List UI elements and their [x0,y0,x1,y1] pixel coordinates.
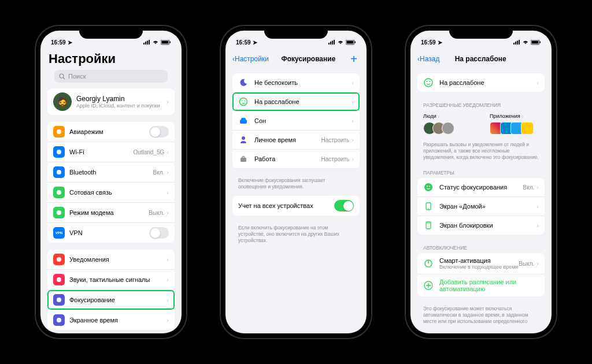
focus-row[interactable]: На расслабоне› [232,92,360,112]
toggle[interactable] [149,126,169,138]
settings-row[interactable]: VPNVPN [47,223,175,243]
allowed-apps[interactable]: Приложения › [490,113,539,135]
settings-row[interactable]: Фокусирование› [47,290,175,310]
back-button[interactable]: ‹ Назад [417,55,439,63]
settings-row[interactable]: Уведомления› [47,250,175,270]
profile-row[interactable]: 🧔 Georgiy Lyamin Apple ID, iCloud, конте… [47,88,175,115]
param-icon [423,182,434,192]
chevron-icon: › [536,79,539,86]
svg-point-25 [240,98,247,106]
focus-name-row[interactable]: На расслабоне › [417,73,545,92]
row-label: Экран блокировки [439,222,536,229]
row-label: Экранное время [69,317,166,324]
home-indicator[interactable] [455,333,507,336]
svg-point-47 [428,208,429,209]
chevron-icon: › [536,260,539,267]
profile-name: Georgiy Lyamin [76,95,166,103]
home-indicator[interactable] [85,333,137,336]
focus-row[interactable]: РаботаНастроить› [232,150,360,168]
chevron-icon: › [438,113,440,120]
focus-icon [238,135,249,145]
settings-row[interactable]: Звуки, тактильные сигналы› [47,270,175,290]
app-icon [521,122,534,135]
footer-text: Включение фокусирования заглушает оповещ… [232,175,360,196]
page-title: Настройки [40,49,182,70]
nav-title: Фокусирование [269,55,348,63]
row-label: Уведомления [69,256,166,263]
location-icon: ➤ [253,39,257,46]
svg-point-13 [57,210,61,215]
svg-point-44 [427,186,428,187]
share-toggle[interactable] [334,200,354,211]
plus-circle-icon [423,280,434,291]
row-icon [53,254,65,265]
notch [449,26,513,39]
row-label: Фокусирование [69,296,166,303]
settings-row[interactable]: Режим модемаВыкл.› [47,203,175,223]
search-input[interactable]: Поиск [54,70,168,83]
row-label: Не беспокоить [254,79,352,86]
row-icon [53,126,65,138]
allowed-people[interactable]: Люди › [423,113,472,135]
row-value: Outland_5G [133,149,164,155]
svg-rect-34 [515,42,516,44]
screen: 16:59➤ ‹ Назад На расслабоне На расслабо… [410,31,552,333]
row-icon [53,146,65,158]
settings-row[interactable]: BluetoothВкл.› [47,162,175,183]
focus-row[interactable]: Сон› [232,112,360,131]
chevron-icon: › [166,209,169,216]
nav-bar: ‹ Назад На расслабоне [410,49,552,69]
add-schedule-row[interactable]: Добавить расписание или автоматизацию [417,274,545,296]
focus-row[interactable]: Не беспокоить› [232,73,360,92]
nav-bar: ‹ Настройки Фокусирование + [225,49,367,69]
settings-row[interactable]: Экранное время› [47,310,175,330]
status-icons [513,40,541,45]
svg-rect-32 [242,157,245,158]
focus-icon [238,154,249,164]
chevron-icon: › [166,296,169,303]
param-row[interactable]: Экран блокировки› [417,216,545,235]
param-row[interactable]: Статус фокусированияВкл.› [417,178,545,197]
toggle[interactable] [149,227,169,239]
row-value: Вкл. [153,169,165,176]
row-label: Работа [254,155,321,162]
home-indicator[interactable] [270,333,322,336]
settings-row[interactable]: Сотовая связь› [47,183,175,203]
smart-activation-row[interactable]: Смарт-активация Включение в подходящее в… [417,253,545,274]
add-button[interactable]: + [348,53,360,66]
notch [79,26,143,39]
footer-text: Если включить фокусирование на этом устр… [232,222,360,250]
svg-rect-39 [540,41,541,43]
row-icon [53,187,65,198]
nav-title: На расслабоне [439,55,521,63]
row-label: На расслабоне [439,79,536,86]
profile-sub: Apple ID, iCloud, контент и покупки [76,103,166,109]
row-label: Wi-Fi [69,148,133,155]
param-row[interactable]: Экран «Домой»› [417,197,545,216]
svg-point-10 [57,150,61,154]
svg-point-7 [60,74,64,78]
svg-rect-38 [532,40,539,43]
svg-point-45 [429,186,430,187]
svg-rect-5 [162,40,169,43]
chevron-icon: › [536,184,539,191]
svg-line-8 [64,77,65,79]
phone-focus-list: 16:59➤ ‹ Настройки Фокусирование + Не бе… [221,26,371,338]
phone-focus-detail: 16:59➤ ‹ Назад На расслабоне На расслабо… [406,26,556,338]
svg-rect-29 [241,118,246,121]
row-label: Сотовая связь [69,189,164,196]
back-button[interactable]: ‹ Настройки [232,55,269,63]
settings-row[interactable]: Авиарежим [47,122,175,142]
chevron-icon: › [166,317,169,324]
chevron-icon: › [352,98,354,105]
row-label: Статус фокусирования [439,184,523,191]
settings-row[interactable]: Wi-FiOutland_5G› [47,142,175,162]
focus-row[interactable]: Личное времяНастроить› [232,131,360,150]
svg-point-12 [57,190,61,195]
row-icon [53,314,65,326]
share-row[interactable]: Учет на всех устройствах [232,196,360,216]
svg-rect-23 [347,40,354,43]
battery-icon [161,40,171,45]
svg-point-40 [424,79,432,87]
screen: 16:59➤ Настройки Поиск 🧔 Georgiy Lyamin … [40,31,182,333]
